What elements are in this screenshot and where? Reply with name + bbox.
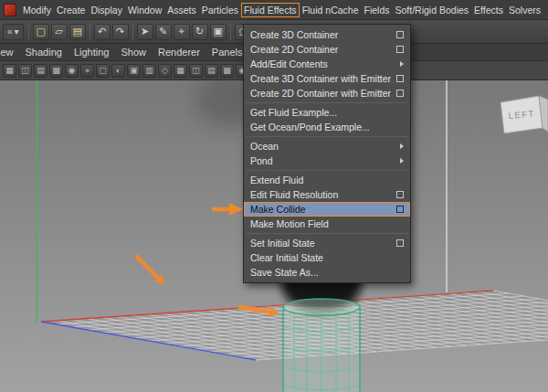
viewport-toolbar-icon[interactable]: ▥ [142, 64, 156, 78]
menu-item-add-edit-contents[interactable]: Add/Edit Contents [244, 57, 410, 71]
menu-item-set-initial-state[interactable]: Set Initial State [244, 236, 410, 250]
viewport-toolbar-icon[interactable]: ⌖ [80, 64, 94, 78]
option-box-icon[interactable] [396, 75, 404, 82]
viewport-toolbar-icon[interactable]: ▤ [34, 64, 47, 78]
app-icon [4, 4, 16, 16]
menu-item-create-2d-container[interactable]: Create 2D Container [244, 42, 410, 57]
toolbar-separator [132, 24, 133, 40]
view-cube[interactable]: LEFT [501, 96, 548, 133]
menu-item-clear-initial-state[interactable]: Clear Initial State [244, 250, 410, 265]
menu-fluid-ncache[interactable]: Fluid nCache [300, 3, 362, 17]
viewport-toolbar-icon[interactable]: ▩ [49, 64, 63, 78]
viewport-toolbar-icon[interactable]: ▦ [3, 64, 16, 78]
panel-menu-renderer[interactable]: Renderer [158, 47, 200, 58]
menu-separator [246, 136, 408, 137]
option-box-icon[interactable] [396, 191, 404, 198]
option-box-icon[interactable] [396, 206, 404, 213]
viewport-toolbar-icon[interactable]: ▦ [174, 64, 187, 78]
cylinder-object[interactable] [283, 299, 360, 392]
menu-item-edit-fluid-resolution[interactable]: Edit Fluid Resolution [244, 187, 410, 202]
submenu-arrow-icon [400, 143, 404, 149]
menu-assets[interactable]: Assets [164, 3, 199, 17]
scale-tool-icon[interactable]: ▣ [210, 24, 227, 40]
toolbar-separator [28, 24, 29, 40]
option-box-icon[interactable] [396, 31, 404, 38]
move-tool-icon[interactable]: ⌖ [174, 24, 190, 40]
menu-item-pond[interactable]: Pond [244, 154, 410, 168]
rotate-tool-icon[interactable]: ↻ [192, 24, 208, 40]
menu-item-extend-fluid[interactable]: Extend Fluid [244, 173, 410, 187]
viewport-toolbar-icon[interactable]: ▩ [220, 64, 234, 78]
menu-display[interactable]: Display [88, 3, 124, 17]
menu-modify[interactable]: Modify [20, 3, 54, 17]
menu-item-get-ocean-pond-example[interactable]: Get Ocean/Pond Example... [244, 120, 410, 134]
menu-effects[interactable]: Effects [471, 3, 506, 17]
panel-menu-shading[interactable]: Shading [26, 47, 62, 58]
menu-item-make-motion-field[interactable]: Make Motion Field [244, 217, 410, 231]
menu-particles[interactable]: Particles [199, 3, 241, 17]
menu-fluid-effects[interactable]: Fluid Effects [241, 3, 300, 17]
dropdown-arrow-icon: ▾ [14, 26, 20, 37]
redo-icon[interactable]: ↷ [112, 24, 129, 40]
menu-solvers[interactable]: Solvers [506, 3, 543, 17]
menu-create[interactable]: Create [54, 3, 89, 17]
viewport-toolbar-icon[interactable]: ▣ [127, 64, 141, 78]
menu-separator [246, 102, 408, 103]
menu-bar: Modify Create Display Window Assets Part… [0, 0, 548, 20]
fluid-effects-menu: Create 3D Container Create 2D Container … [243, 24, 411, 283]
panel-menu-panels[interactable]: Panels [212, 47, 243, 58]
lasso-tool-icon[interactable]: ✎ [155, 24, 172, 40]
menu-item-create-2d-container-with-emitter[interactable]: Create 2D Container with Emitter [244, 86, 410, 101]
option-box-icon[interactable] [396, 90, 404, 97]
select-tool-icon[interactable]: ➤ [137, 24, 153, 40]
chevrons-icon: « [6, 26, 14, 37]
viewport-toolbar-icon[interactable]: ◉ [65, 64, 79, 78]
option-box-icon[interactable] [396, 46, 404, 53]
menu-soft-rigid-bodies[interactable]: Soft/Rigid Bodies [393, 3, 472, 17]
undo-icon[interactable]: ↶ [94, 24, 111, 40]
panel-menu-lighting[interactable]: Lighting [74, 47, 110, 58]
viewport-toolbar-icon[interactable]: ◫ [18, 64, 32, 78]
menu-item-ocean[interactable]: Ocean [244, 139, 410, 154]
viewport-toolbar-icon[interactable]: ▢ [96, 64, 110, 78]
save-scene-icon[interactable]: ▤ [69, 24, 86, 40]
menu-item-create-3d-container[interactable]: Create 3D Container [244, 27, 410, 42]
menu-item-create-3d-container-with-emitter[interactable]: Create 3D Container with Emitter [244, 71, 410, 86]
menu-item-make-collide[interactable]: Make Collide [244, 202, 410, 217]
toolbar-separator [230, 24, 231, 40]
viewport-toolbar-icon[interactable]: ◐ [111, 64, 125, 78]
panel-menu-show[interactable]: Show [121, 47, 146, 58]
toolbar-separator [90, 24, 90, 40]
viewport-toolbar-icon[interactable]: ▤ [205, 64, 218, 78]
menu-item-get-fluid-example[interactable]: Get Fluid Example... [244, 105, 410, 120]
option-box-icon[interactable] [396, 239, 404, 247]
viewport-toolbar-icon[interactable]: ◇ [158, 64, 172, 78]
submenu-arrow-icon [400, 158, 404, 164]
menu-fields[interactable]: Fields [362, 3, 393, 17]
menu-separator [246, 233, 408, 234]
open-scene-icon[interactable]: ▱ [51, 24, 68, 40]
menu-item-save-state-as[interactable]: Save State As... [244, 265, 410, 280]
panel-menu-view[interactable]: iew [0, 47, 14, 58]
menu-window[interactable]: Window [125, 3, 164, 17]
viewport-toolbar-icon[interactable]: ◫ [189, 64, 203, 78]
selection-mask-control[interactable]: « ▾ [3, 24, 24, 40]
submenu-arrow-icon [400, 61, 404, 67]
maya-window: Modify Create Display Window Assets Part… [0, 0, 548, 392]
new-scene-icon[interactable]: ▢ [33, 24, 49, 40]
menu-separator [246, 170, 408, 171]
